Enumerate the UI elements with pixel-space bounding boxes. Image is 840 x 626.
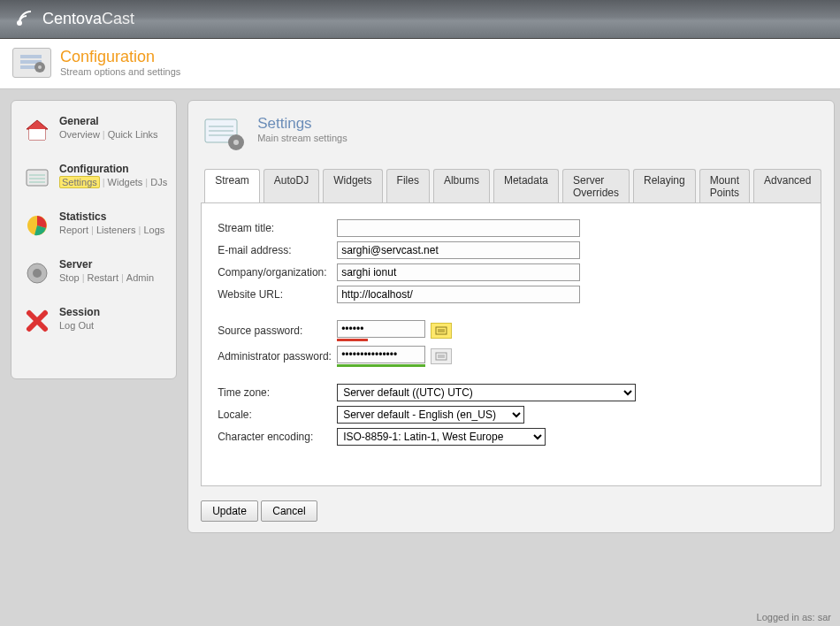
tab-panel-stream: Stream title: E-mail address: Company/or… [201,203,821,486]
email-input[interactable] [337,241,580,259]
sidebar-link-listeners[interactable]: Listeners [96,225,136,235]
sidebar-item-statistics: Statistics Report|Listeners|Logs [11,202,176,249]
sidebar-link-settings[interactable]: Settings [59,176,100,188]
keyboard-icon [435,326,447,335]
label-website: Website URL: [218,288,337,301]
pie-chart-icon [22,210,52,240]
label-stream-title: Stream title: [218,222,337,234]
tab-metadata[interactable]: Metadata [493,169,559,203]
admin-password-input[interactable] [337,346,425,363]
sidebar-link-report[interactable]: Report [59,225,88,235]
tab-autodj[interactable]: AutoDJ [263,169,319,203]
label-timezone: Time zone: [218,386,337,399]
page-header: Configuration Stream options and setting… [0,39,840,89]
tab-advanced[interactable]: Advanced [753,169,821,203]
website-input[interactable] [337,286,580,303]
tab-mount-points[interactable]: Mount Points [699,169,750,203]
tab-files[interactable]: Files [386,169,430,203]
svg-point-14 [33,269,42,278]
tab-widgets[interactable]: Widgets [323,169,382,203]
sidebar-item-label: Statistics [59,210,164,223]
cancel-button[interactable]: Cancel [261,500,317,522]
reveal-source-pw-button[interactable] [431,323,452,339]
sidebar-link-quicklinks[interactable]: Quick Links [108,129,158,140]
footer-status: Logged in as: sar [0,608,840,626]
encoding-select[interactable]: ISO-8859-1: Latin-1, West Europe [337,428,546,446]
tab-server-overrides[interactable]: Server Overrides [562,169,630,203]
reveal-admin-pw-button[interactable] [431,348,452,364]
update-button[interactable]: Update [201,500,258,522]
tab-albums[interactable]: Albums [433,169,490,203]
brand-name: CentovaCast [42,10,134,28]
settings-panel-icon [201,115,247,152]
sidebar: General Overview|Quick Links Configurati… [11,100,177,379]
sidebar-link-widgets[interactable]: Widgets [108,177,143,187]
pw-strength-indicator [337,364,425,367]
stream-title-input[interactable] [337,219,580,237]
sidebar-link-overview[interactable]: Overview [59,129,100,140]
source-password-input[interactable] [337,320,425,338]
keyboard-icon [435,352,447,361]
tabs: Stream AutoDJ Widgets Files Albums Metad… [201,168,821,203]
svg-point-20 [233,140,239,145]
form-buttons: Update Cancel [201,500,821,522]
label-company: Company/organization: [218,266,337,279]
home-icon [22,115,52,145]
svg-rect-1 [20,55,42,58]
sidebar-item-session: Session Log Out [11,297,176,345]
close-icon [22,306,52,336]
sidebar-link-djs[interactable]: DJs [150,177,167,187]
sidebar-item-label: Session [59,306,100,318]
company-input[interactable] [337,263,580,281]
sidebar-link-stop[interactable]: Stop [59,272,80,283]
timezone-select[interactable]: Server default ((UTC) UTC) [337,384,636,401]
sidebar-item-server: Server Stop|Restart|Admin [11,249,176,297]
tab-stream[interactable]: Stream [204,169,260,203]
label-source-pw: Source password: [218,324,337,337]
page-title: Configuration [60,48,180,66]
app-topbar: CentovaCast [0,0,840,39]
label-email: E-mail address: [218,244,337,256]
sidebar-link-logs[interactable]: Logs [143,225,164,235]
panel-subtitle: Main stream settings [257,133,347,143]
tab-relaying[interactable]: Relaying [633,169,696,203]
sidebar-link-restart[interactable]: Restart [88,272,118,283]
svg-rect-7 [29,129,45,140]
svg-rect-8 [27,170,48,186]
broadcast-icon [11,7,35,32]
config-icon [12,48,51,78]
main-panel: Settings Main stream settings Stream Aut… [187,100,835,533]
sidebar-link-admin[interactable]: Admin [126,272,154,283]
pw-strength-indicator [337,339,368,341]
svg-rect-24 [436,353,447,360]
sidebar-item-label: Server [59,258,154,271]
sidebar-item-label: General [59,115,158,127]
svg-rect-21 [436,327,447,334]
speaker-icon [22,258,52,288]
locale-select[interactable]: Server default - English (en_US) [337,406,524,424]
sidebar-item-configuration: Configuration Settings|Widgets|DJs [11,154,176,202]
label-admin-pw: Administrator password: [218,350,337,363]
sidebar-item-general: General Overview|Quick Links [11,106,176,154]
page-subtitle: Stream options and settings [60,66,180,77]
panel-header: Settings Main stream settings [201,115,821,152]
settings-form-icon [22,163,52,193]
svg-point-5 [38,65,42,69]
panel-title: Settings [257,115,347,133]
label-locale: Locale: [218,408,337,421]
label-encoding: Character encoding: [218,431,337,443]
sidebar-item-label: Configuration [59,163,167,175]
sidebar-link-logout[interactable]: Log Out [59,320,94,331]
